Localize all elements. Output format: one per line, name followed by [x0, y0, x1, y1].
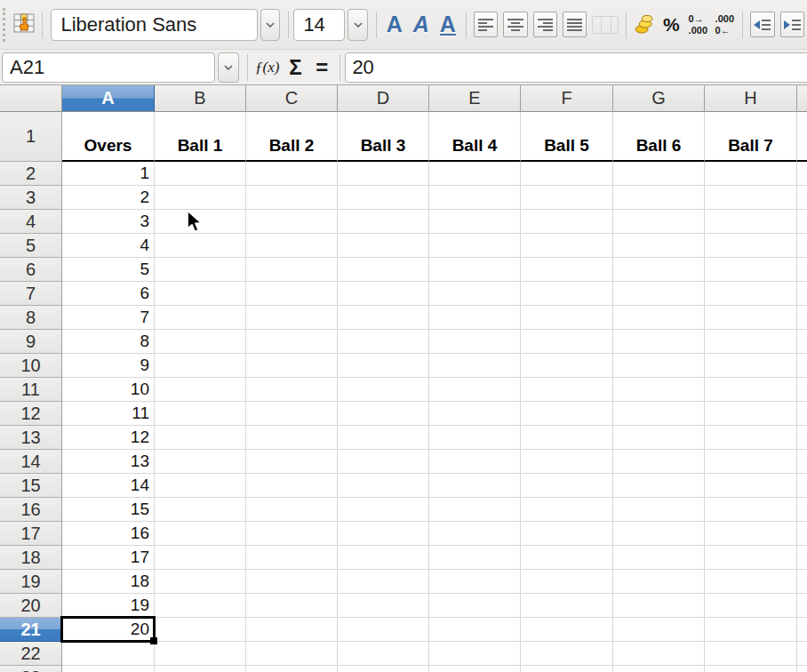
cell-C8[interactable] — [246, 306, 338, 330]
cell-G10[interactable] — [613, 354, 705, 378]
add-decimal-button[interactable]: 0→ .000 — [684, 7, 711, 43]
cell-G16[interactable] — [613, 498, 705, 522]
toolbar-grip[interactable] — [3, 8, 6, 42]
cell-C9[interactable] — [246, 330, 338, 354]
cell-B14[interactable] — [155, 450, 246, 474]
row-header-4[interactable]: 4 — [0, 210, 62, 234]
equals-function-button[interactable]: = — [308, 50, 335, 85]
cell-G6[interactable] — [613, 258, 705, 282]
cell-C5[interactable] — [246, 234, 338, 258]
cell-D8[interactable] — [338, 306, 429, 330]
cell-partial3[interactable] — [797, 186, 807, 210]
cell-A1[interactable]: Overs — [62, 112, 155, 162]
cell-A5[interactable]: 4 — [62, 234, 155, 258]
cell-C11[interactable] — [246, 378, 338, 402]
cell-G12[interactable] — [613, 402, 705, 426]
row-header-2[interactable]: 2 — [0, 162, 62, 186]
row-header-23[interactable]: 23 — [0, 666, 62, 672]
cell-E21[interactable] — [429, 618, 521, 642]
row-header-13[interactable]: 13 — [0, 426, 62, 450]
cell-partial12[interactable] — [797, 402, 807, 426]
cell-H1[interactable]: Ball 7 — [705, 112, 797, 162]
cell-G8[interactable] — [613, 306, 705, 330]
cell-E9[interactable] — [429, 330, 521, 354]
cell-H8[interactable] — [705, 306, 797, 330]
cell-E7[interactable] — [429, 282, 521, 306]
cell-partial8[interactable] — [797, 306, 807, 330]
cell-partial11[interactable] — [797, 378, 807, 402]
align-right-button[interactable] — [531, 7, 560, 43]
cell-D12[interactable] — [338, 402, 429, 426]
cell-F9[interactable] — [521, 330, 613, 354]
cell-C23[interactable] — [246, 666, 338, 672]
underline-button[interactable]: A — [435, 7, 461, 43]
cell-G11[interactable] — [613, 378, 705, 402]
cell-A12[interactable]: 11 — [62, 402, 155, 426]
cell-D14[interactable] — [338, 450, 429, 474]
cell-C16[interactable] — [246, 498, 338, 522]
column-header-a[interactable]: A — [62, 85, 155, 112]
cell-C6[interactable] — [246, 258, 338, 282]
cell-partial9[interactable] — [797, 330, 807, 354]
cell-A10[interactable]: 9 — [62, 354, 155, 378]
cell-G15[interactable] — [613, 474, 705, 498]
cell-B5[interactable] — [155, 234, 246, 258]
cell-C10[interactable] — [246, 354, 338, 378]
cell-F20[interactable] — [521, 594, 613, 618]
column-header-d[interactable]: D — [338, 85, 429, 112]
cell-C22[interactable] — [246, 642, 338, 666]
cell-A20[interactable]: 19 — [62, 594, 155, 618]
cell-partial16[interactable] — [797, 498, 807, 522]
cell-B10[interactable] — [155, 354, 246, 378]
cell-partial10[interactable] — [797, 354, 807, 378]
cell-A13[interactable]: 12 — [62, 426, 155, 450]
cell-B15[interactable] — [155, 474, 246, 498]
cell-G13[interactable] — [613, 426, 705, 450]
cell-B11[interactable] — [155, 378, 246, 402]
row-header-10[interactable]: 10 — [0, 354, 62, 378]
cell-partial6[interactable] — [797, 258, 807, 282]
name-box-dropdown[interactable] — [218, 52, 239, 83]
cell-F10[interactable] — [521, 354, 613, 378]
cell-B17[interactable] — [155, 522, 246, 546]
cell-D6[interactable] — [338, 258, 429, 282]
row-header-19[interactable]: 19 — [0, 570, 62, 594]
cell-D7[interactable] — [338, 282, 429, 306]
cell-partial2[interactable] — [797, 162, 807, 186]
cell-F6[interactable] — [521, 258, 613, 282]
cell-H16[interactable] — [705, 498, 797, 522]
cell-H22[interactable] — [705, 642, 797, 666]
column-header-h[interactable]: H — [705, 85, 797, 112]
column-header-e[interactable]: E — [429, 85, 521, 112]
column-header-partial[interactable] — [797, 85, 807, 112]
cell-F1[interactable]: Ball 5 — [521, 112, 613, 162]
cell-F14[interactable] — [521, 450, 613, 474]
cell-G5[interactable] — [613, 234, 705, 258]
increase-indent-button[interactable] — [778, 7, 807, 43]
cell-B8[interactable] — [155, 306, 246, 330]
cell-F16[interactable] — [521, 498, 613, 522]
cell-C14[interactable] — [246, 450, 338, 474]
cell-C19[interactable] — [246, 570, 338, 594]
font-name-dropdown[interactable] — [260, 9, 281, 41]
cell-B3[interactable] — [155, 186, 246, 210]
cell-D15[interactable] — [338, 474, 429, 498]
cell-H12[interactable] — [705, 402, 797, 426]
cell-A7[interactable]: 6 — [62, 282, 155, 306]
cell-A14[interactable]: 13 — [62, 450, 155, 474]
cell-D22[interactable] — [338, 642, 429, 666]
cell-E3[interactable] — [429, 186, 521, 210]
cell-G22[interactable] — [613, 642, 705, 666]
cell-H18[interactable] — [705, 546, 797, 570]
cell-E18[interactable] — [429, 546, 521, 570]
cell-A22[interactable] — [62, 642, 155, 666]
align-center-button[interactable] — [500, 7, 530, 43]
cell-E19[interactable] — [429, 570, 521, 594]
cell-C1[interactable]: Ball 2 — [246, 112, 338, 162]
cell-D9[interactable] — [338, 330, 429, 354]
row-header-9[interactable]: 9 — [0, 330, 62, 354]
cell-D21[interactable] — [338, 618, 429, 642]
cell-G2[interactable] — [613, 162, 705, 186]
cell-B22[interactable] — [155, 642, 246, 666]
cell-G19[interactable] — [613, 570, 705, 594]
